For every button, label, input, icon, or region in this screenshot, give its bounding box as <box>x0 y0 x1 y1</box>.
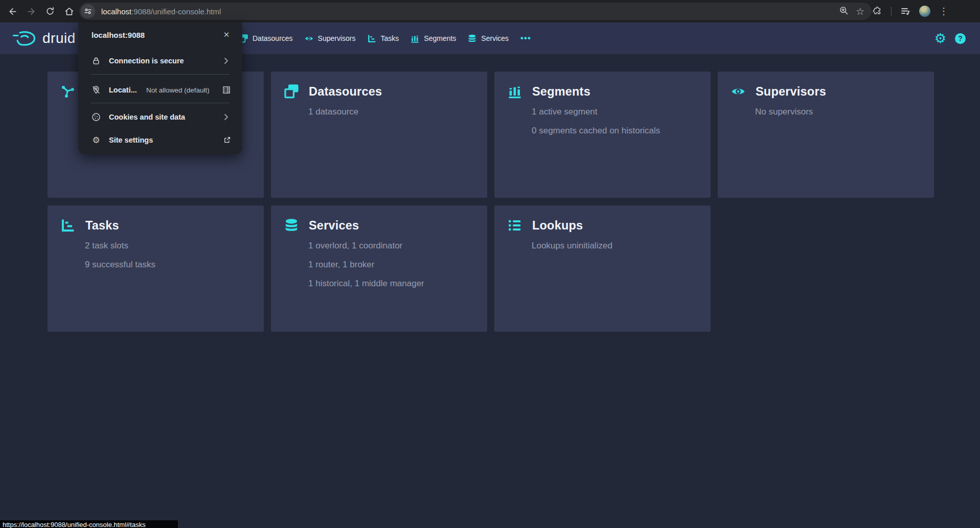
chevron-right-icon <box>224 57 229 64</box>
more-icon: ••• <box>520 33 531 43</box>
site-settings-label: Site settings <box>109 136 153 144</box>
cookies-label: Cookies and site data <box>109 113 185 121</box>
toolbar-separator <box>891 7 892 16</box>
card-title: Datasources <box>309 85 382 99</box>
druid-logo-icon <box>12 30 36 47</box>
cookie-icon <box>92 112 101 122</box>
reload-icon <box>45 6 55 16</box>
card-stat: 1 overlord, 1 coordinator <box>308 241 474 251</box>
status-icon <box>61 84 75 99</box>
site-info-popup: localhost:9088 ✕ Connection is secure Lo… <box>78 22 242 154</box>
card-stat: 2 task slots <box>85 241 250 251</box>
services-icon <box>284 218 299 233</box>
kebab-menu-icon: ⋮ <box>939 7 948 16</box>
card-stat: 1 active segment <box>532 107 697 117</box>
reload-button[interactable] <box>41 3 59 20</box>
settings-button[interactable]: ⚙ <box>935 32 946 45</box>
card-datasources[interactable]: Datasources 1 datasource <box>271 72 487 198</box>
browser-toolbar: localhost:9088/unified-console.html ☆ ⋮ <box>0 0 980 22</box>
card-title: Segments <box>532 85 590 99</box>
supervisors-icon <box>731 84 745 99</box>
managed-building-icon <box>222 85 231 95</box>
tune-icon <box>84 7 92 15</box>
location-label: Locati... <box>109 86 137 94</box>
bookmark-star-button[interactable]: ☆ <box>856 7 864 16</box>
help-icon: ? <box>958 35 963 42</box>
card-stat: 9 successful tasks <box>85 260 250 270</box>
druid-logo[interactable]: druid <box>12 22 76 54</box>
browser-menu-button[interactable]: ⋮ <box>937 3 950 20</box>
popup-divider <box>91 74 230 75</box>
gear-icon: ⚙ <box>92 136 101 145</box>
popup-title: localhost:9088 <box>92 31 145 39</box>
tasks-icon <box>61 218 75 233</box>
card-title: Services <box>309 219 359 233</box>
card-stat: Lookups uninitialized <box>532 241 697 251</box>
nav-item-tasks[interactable]: Tasks <box>368 34 399 43</box>
media-controls-button[interactable] <box>898 3 913 20</box>
extensions-button[interactable] <box>870 3 884 20</box>
nav-label: Tasks <box>381 34 399 42</box>
datasources-icon <box>284 84 299 99</box>
back-button[interactable] <box>4 3 21 20</box>
card-title: Lookups <box>532 219 583 233</box>
zoom-button[interactable] <box>839 6 849 17</box>
tasks-icon <box>368 34 376 43</box>
card-lookups[interactable]: Lookups Lookups uninitialized <box>494 205 711 332</box>
nav-item-datasources[interactable]: Datasources <box>239 34 293 43</box>
lock-icon <box>92 56 101 65</box>
gear-icon: ⚙ <box>935 31 946 46</box>
nav-label: Segments <box>424 34 456 42</box>
site-settings-row[interactable]: ⚙ Site settings <box>92 133 231 147</box>
site-info-button[interactable] <box>81 4 95 18</box>
location-permission-row[interactable]: Locati... Not allowed (default) <box>92 82 231 98</box>
url-text: localhost:9088/unified-console.html <box>101 7 221 16</box>
close-icon: ✕ <box>223 30 230 39</box>
location-off-icon <box>92 85 101 95</box>
nav-more-button[interactable]: ••• <box>520 33 531 43</box>
segments-icon <box>508 84 522 99</box>
address-bar[interactable]: localhost:9088/unified-console.html ☆ <box>79 3 872 20</box>
star-icon: ☆ <box>856 7 864 16</box>
connection-secure-row[interactable]: Connection is secure <box>92 54 231 68</box>
home-icon <box>64 6 75 17</box>
popup-close-button[interactable]: ✕ <box>221 29 232 40</box>
services-icon <box>468 34 476 43</box>
help-button[interactable]: ? <box>955 33 966 44</box>
card-supervisors[interactable]: Supervisors No supervisors <box>718 72 934 198</box>
zoom-icon <box>839 6 849 15</box>
card-segments[interactable]: Segments 1 active segment 0 segments cac… <box>494 72 711 198</box>
card-stat: 1 historical, 1 middle manager <box>308 279 474 289</box>
status-bar-link: https://localhost:9088/unified-console.h… <box>0 520 178 528</box>
puzzle-icon <box>872 6 882 16</box>
cookies-row[interactable]: Cookies and site data <box>92 110 231 124</box>
nav-item-segments[interactable]: Segments <box>411 34 456 43</box>
card-title: Tasks <box>85 219 119 233</box>
card-stat: 1 router, 1 broker <box>308 260 474 270</box>
media-playlist-icon <box>900 6 910 16</box>
location-status: Not allowed (default) <box>146 86 210 94</box>
nav-label: Services <box>481 34 509 42</box>
nav-item-supervisors[interactable]: Supervisors <box>305 34 356 43</box>
home-button[interactable] <box>60 3 78 20</box>
card-services[interactable]: Services 1 overlord, 1 coordinator 1 rou… <box>271 205 487 332</box>
back-icon <box>7 6 18 17</box>
card-stat: No supervisors <box>755 107 921 117</box>
profile-avatar[interactable] <box>919 6 930 17</box>
forward-button[interactable] <box>22 3 40 20</box>
chevron-right-icon <box>224 113 229 121</box>
url-path: :9088/unified-console.html <box>131 7 221 16</box>
nav-item-services[interactable]: Services <box>468 34 509 43</box>
external-link-icon <box>223 136 231 144</box>
supervisors-icon <box>305 34 313 43</box>
segments-icon <box>411 34 419 43</box>
forward-icon <box>26 6 37 17</box>
popup-divider <box>91 103 230 103</box>
nav-label: Supervisors <box>318 34 356 42</box>
card-stat: 0 segments cached on historicals <box>532 126 697 136</box>
card-tasks[interactable]: Tasks 2 task slots 9 successful tasks <box>48 205 264 332</box>
url-host: localhost <box>101 7 131 16</box>
brand-name: druid <box>42 30 76 47</box>
main-nav: Datasources Supervisors Tasks Segments S… <box>239 22 531 54</box>
connection-secure-label: Connection is secure <box>109 57 184 65</box>
